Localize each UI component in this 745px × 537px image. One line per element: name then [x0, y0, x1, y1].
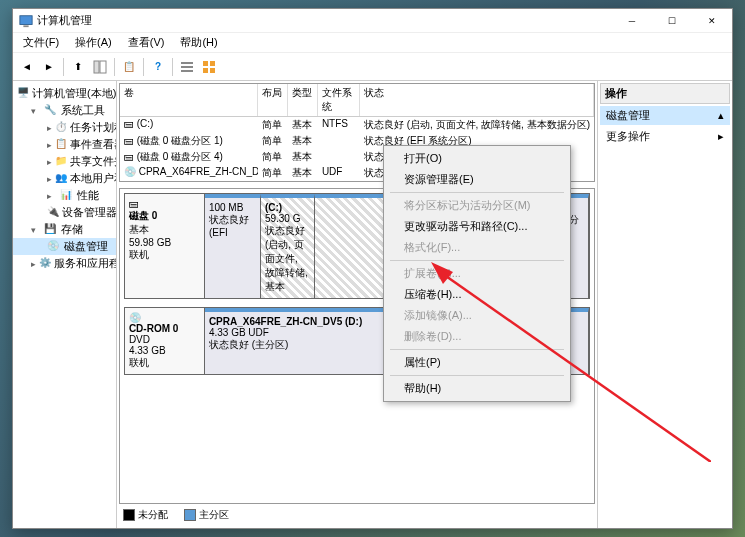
svg-rect-4	[181, 62, 193, 64]
tree-shared-folders[interactable]: ▸📁共享文件夹	[13, 153, 116, 170]
col-layout[interactable]: 布局	[258, 84, 288, 116]
legend-unallocated-swatch	[123, 509, 135, 521]
svg-rect-10	[210, 68, 215, 73]
col-filesystem[interactable]: 文件系统	[318, 84, 360, 116]
ctx-shrink[interactable]: 压缩卷(H)...	[386, 284, 568, 305]
window-title: 计算机管理	[37, 13, 92, 28]
ctx-delete: 删除卷(D)...	[386, 326, 568, 347]
ctx-format: 格式化(F)...	[386, 237, 568, 258]
svg-rect-5	[181, 66, 193, 68]
ctx-help[interactable]: 帮助(H)	[386, 378, 568, 399]
view-detail-button[interactable]	[199, 57, 219, 77]
action-disk-management[interactable]: 磁盘管理▴	[600, 106, 730, 125]
properties-button[interactable]: 📋	[119, 57, 139, 77]
disk-0-partition-c[interactable]: (C:)59.30 G状态良好 (启动, 页面文件, 故障转储, 基本	[261, 194, 315, 298]
view-list-button[interactable]	[177, 57, 197, 77]
action-more[interactable]: 更多操作▸	[600, 127, 730, 146]
menu-view[interactable]: 查看(V)	[124, 35, 169, 50]
tree-root[interactable]: 🖥️计算机管理(本地)	[13, 85, 116, 102]
menu-help[interactable]: 帮助(H)	[176, 35, 221, 50]
svg-rect-2	[94, 61, 99, 73]
computer-management-window: 计算机管理 ─ ☐ ✕ 文件(F) 操作(A) 查看(V) 帮助(H) ◄ ► …	[12, 8, 733, 529]
svg-rect-7	[203, 61, 208, 66]
tree-local-users[interactable]: ▸👥本地用户和组	[13, 170, 116, 187]
tree-services-apps[interactable]: ▸⚙️服务和应用程序	[13, 255, 116, 272]
menu-action[interactable]: 操作(A)	[71, 35, 116, 50]
volume-row[interactable]: 🖴 (C:)简单基本NTFS状态良好 (启动, 页面文件, 故障转储, 基本数据…	[120, 117, 594, 133]
cdrom-0-label[interactable]: 💿 CD-ROM 0 DVD 4.33 GB 联机	[125, 308, 205, 374]
ctx-extend: 扩展卷(X)...	[386, 263, 568, 284]
svg-rect-0	[20, 15, 32, 24]
up-button[interactable]: ⬆	[68, 57, 88, 77]
help-button[interactable]: ?	[148, 57, 168, 77]
titlebar: 计算机管理 ─ ☐ ✕	[13, 9, 732, 33]
disk-0-partition-1[interactable]: 100 MB状态良好 (EFI	[205, 194, 261, 298]
ctx-open[interactable]: 打开(O)	[386, 148, 568, 169]
tree-performance[interactable]: ▸📊性能	[13, 187, 116, 204]
tree-disk-management[interactable]: 💿磁盘管理	[13, 238, 116, 255]
svg-rect-1	[23, 25, 28, 27]
volume-table-header: 卷 布局 类型 文件系统 状态	[120, 84, 594, 117]
menu-file[interactable]: 文件(F)	[19, 35, 63, 50]
col-volume[interactable]: 卷	[120, 84, 258, 116]
toolbar: ◄ ► ⬆ 📋 ?	[13, 53, 732, 81]
minimize-button[interactable]: ─	[612, 9, 652, 33]
ctx-explorer[interactable]: 资源管理器(E)	[386, 169, 568, 190]
tree-storage[interactable]: ▾💾存储	[13, 221, 116, 238]
tree-system-tools[interactable]: ▾🔧系统工具	[13, 102, 116, 119]
svg-rect-9	[203, 68, 208, 73]
expand-icon: ▴	[718, 109, 724, 122]
tree-device-manager[interactable]: 🔌设备管理器	[13, 204, 116, 221]
maximize-button[interactable]: ☐	[652, 9, 692, 33]
ctx-properties[interactable]: 属性(P)	[386, 352, 568, 373]
svg-rect-8	[210, 61, 215, 66]
show-hide-button[interactable]	[90, 57, 110, 77]
ctx-mark-active: 将分区标记为活动分区(M)	[386, 195, 568, 216]
app-icon	[19, 14, 33, 28]
svg-rect-6	[181, 70, 193, 72]
col-type[interactable]: 类型	[288, 84, 318, 116]
svg-rect-3	[100, 61, 106, 73]
legend: 未分配 主分区	[119, 504, 595, 526]
tree-task-scheduler[interactable]: ▸⏱️任务计划程序	[13, 119, 116, 136]
tree-event-viewer[interactable]: ▸📋事件查看器	[13, 136, 116, 153]
ctx-change-letter[interactable]: 更改驱动器号和路径(C)...	[386, 216, 568, 237]
col-status[interactable]: 状态	[360, 84, 594, 116]
actions-pane: 操作 磁盘管理▴ 更多操作▸	[598, 81, 732, 528]
close-button[interactable]: ✕	[692, 9, 732, 33]
tree-pane: 🖥️计算机管理(本地) ▾🔧系统工具 ▸⏱️任务计划程序 ▸📋事件查看器 ▸📁共…	[13, 81, 117, 528]
legend-primary-swatch	[184, 509, 196, 521]
forward-button[interactable]: ►	[39, 57, 59, 77]
back-button[interactable]: ◄	[17, 57, 37, 77]
ctx-add-mirror: 添加镜像(A)...	[386, 305, 568, 326]
disk-0-label[interactable]: 🖴 磁盘 0 基本 59.98 GB 联机	[125, 194, 205, 298]
actions-header: 操作	[600, 83, 730, 104]
context-menu: 打开(O) 资源管理器(E) 将分区标记为活动分区(M) 更改驱动器号和路径(C…	[383, 145, 571, 402]
chevron-right-icon: ▸	[718, 130, 724, 143]
menubar: 文件(F) 操作(A) 查看(V) 帮助(H)	[13, 33, 732, 53]
